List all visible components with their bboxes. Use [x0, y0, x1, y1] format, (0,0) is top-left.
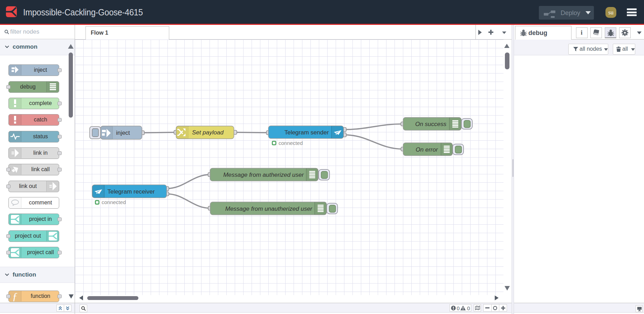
- svg-text:inject: inject: [116, 130, 130, 136]
- svg-text:Message from autherized user: Message from autherized user: [223, 172, 304, 178]
- svg-text:Message from unautherized user: Message from unautherized user: [225, 205, 313, 212]
- svg-text:On error: On error: [416, 146, 438, 153]
- svg-text:Set payload: Set payload: [192, 129, 224, 136]
- svg-text:Telegram sender: Telegram sender: [285, 129, 329, 136]
- svg-text:connected: connected: [279, 140, 303, 146]
- svg-text:On success: On success: [415, 121, 446, 127]
- svg-text:Telegram receiver: Telegram receiver: [107, 188, 155, 195]
- svg-text:connected: connected: [102, 199, 126, 205]
